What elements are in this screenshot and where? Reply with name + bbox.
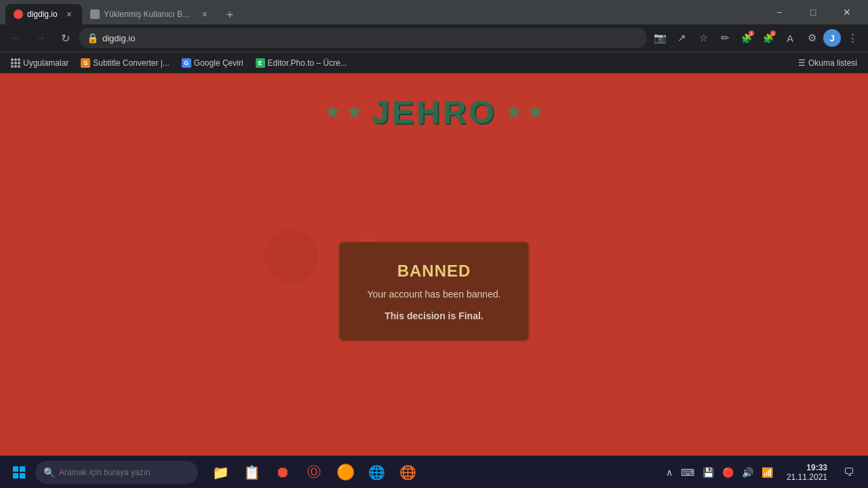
menu-icon[interactable]: ⋮ [842,28,863,48]
opera-icon: Ⓞ [307,463,321,481]
ban-modal: BANNED Your account has been banned. Thi… [338,241,529,342]
back-button[interactable]: ← [5,27,27,49]
clock-date: 21.11.2021 [787,472,827,482]
svg-rect-0 [13,466,18,472]
chrome2-icon: 🌐 [399,464,416,481]
taskbar-chrome[interactable]: 🌐 [362,458,391,487]
apps-label: Uygulamalar [23,58,68,68]
tray-icons: ∧ ⌨ 💾 🔴 🔊 📶 [663,464,776,481]
reading-list-icon: ☰ [798,58,806,68]
taskbar-red[interactable]: ⏺ [269,458,297,487]
google-favicon: G [182,58,191,68]
reading-list-label: Okuma listesi [808,58,857,68]
scripts-favicon [90,9,100,19]
taskbar-orange[interactable]: 🟠 [331,458,359,487]
svg-rect-2 [13,473,18,479]
new-tab-button[interactable]: + [220,5,239,24]
profile-avatar[interactable]: J [823,29,841,47]
bookmark-apps[interactable]: Uygulamalar [5,56,74,70]
tray-volume[interactable]: 🔊 [739,464,756,481]
apps-grid-icon [11,58,20,68]
tab-digdig-title: digdig.io [27,9,58,19]
address-text: digdig.io [102,33,639,43]
tray-icon-1[interactable]: ⌨ [678,464,697,481]
taskbar-chrome2[interactable]: 🌐 [393,458,422,487]
search-bar[interactable]: 🔍 [35,461,198,484]
bookmark-google[interactable]: G Google Çeviri [176,56,249,70]
screenshot-icon[interactable]: 📷 [650,28,670,48]
chrome-icon: 🌐 [368,464,385,481]
window-controls: − □ ✕ [764,2,863,22]
search-input[interactable] [59,468,181,477]
svg-rect-3 [20,473,25,479]
clock-time: 19:33 [787,463,827,472]
minimize-button[interactable]: − [764,2,795,22]
jehro-header: ★ ★ JEHRO ★ ★ [324,94,545,131]
bookmark-subtitle[interactable]: S Subtitle Converter |... [75,56,175,70]
badge-2: 1 [770,30,776,36]
tray-network[interactable]: 📶 [759,464,776,481]
clock[interactable]: 19:33 21.11.2021 [781,460,833,485]
tray-icon-3[interactable]: 🔴 [719,464,736,481]
subtitle-label: Subtitle Converter |... [93,58,170,68]
explorer-icon: 📁 [212,464,229,481]
bookmark-icon[interactable]: ☆ [693,28,713,48]
clipboard-icon: 📋 [243,464,260,481]
ban-final: This decision is Final. [367,310,500,321]
taskbar-explorer[interactable]: 📁 [206,458,235,487]
ban-title: BANNED [367,262,500,281]
notification-button[interactable]: 🗨 [838,464,860,481]
svg-rect-1 [20,466,25,472]
translate-icon[interactable]: A [780,28,800,48]
start-button[interactable] [5,459,33,486]
system-tray: ∧ ⌨ 💾 🔴 🔊 📶 19:33 21.11.2021 🗨 [663,460,860,485]
tab-bar: digdig.io × Yüklenmiş Kullanıcı Betikler… [5,0,764,24]
lock-icon: 🔒 [87,33,98,43]
tab-scripts-close[interactable]: × [200,8,210,20]
tray-icon-2[interactable]: 💾 [700,464,717,481]
page-content: ★ ★ JEHRO ★ ★ BANNED Your account has be… [0,73,868,455]
ban-subtitle: Your account has been banned. [367,289,500,300]
title-bar: digdig.io × Yüklenmiş Kullanıcı Betikler… [0,0,868,24]
nav-icons: 📷 ↗ ☆ ✏ 🧩 1 🧩 1 A ⚙ J ⋮ [650,28,863,48]
nav-bar: ← → ↻ 🔒 digdig.io 📷 ↗ ☆ ✏ 🧩 1 🧩 1 A ⚙ J … [0,24,868,52]
bookmarks-bar: Uygulamalar S Subtitle Converter |... G … [0,52,868,73]
reload-button[interactable]: ↻ [54,27,76,49]
browser-frame: digdig.io × Yüklenmiş Kullanıcı Betikler… [0,0,868,488]
taskbar-opera[interactable]: Ⓞ [300,458,328,487]
google-label: Google Çeviri [194,58,243,68]
close-button[interactable]: ✕ [831,2,863,22]
taskbar-clipboard[interactable]: 📋 [237,458,266,487]
forward-button[interactable]: → [30,27,52,49]
extension-icon-1[interactable]: 🧩 1 [736,28,757,48]
taskbar: 🔍 📁 📋 ⏺ Ⓞ 🟠 🌐 🌐 [0,455,868,488]
digdig-favicon [14,9,23,19]
tab-digdig-close[interactable]: × [64,8,74,20]
star-left: ★ ★ [324,101,363,123]
game-circle-1 [264,229,319,283]
tab-scripts-title: Yüklenmiş Kullanıcı Betikleri [104,9,193,19]
tab-digdig[interactable]: digdig.io × [5,4,82,24]
editor-favicon: E [256,58,265,68]
extensions-icon[interactable]: ⚙ [802,28,822,48]
share-icon[interactable]: ↗ [671,28,692,48]
maximize-button[interactable]: □ [797,2,829,22]
search-icon: 🔍 [43,467,55,478]
address-bar[interactable]: 🔒 digdig.io [79,28,647,48]
extension-icon-2[interactable]: 🧩 1 [758,28,778,48]
windows-icon [13,466,25,479]
tab-scripts[interactable]: Yüklenmiş Kullanıcı Betikleri × [82,4,218,24]
subtitle-favicon: S [81,58,90,68]
tray-up-arrow[interactable]: ∧ [663,464,675,481]
pen-icon[interactable]: ✏ [715,28,735,48]
badge-1: 1 [749,30,754,36]
orange-icon: 🟠 [336,464,355,481]
reading-list[interactable]: ☰ Okuma listesi [793,56,863,70]
star-right: ★ ★ [505,101,545,123]
red-circle-icon: ⏺ [275,464,290,481]
editor-label: Editor.Pho.to – Ücre... [268,58,347,68]
taskbar-icons: 📁 📋 ⏺ Ⓞ 🟠 🌐 🌐 [206,458,422,487]
jehro-title: JEHRO [371,94,496,131]
bookmark-editor[interactable]: E Editor.Pho.to – Ücre... [250,56,353,70]
